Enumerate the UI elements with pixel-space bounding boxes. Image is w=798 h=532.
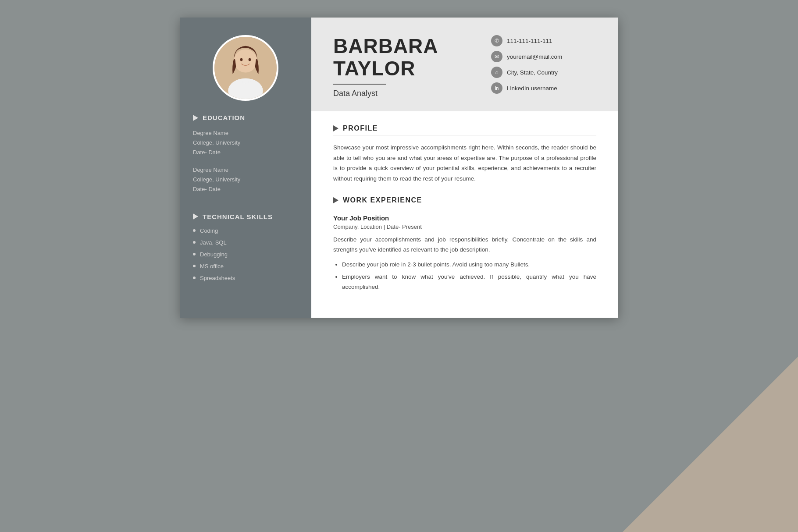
svg-point-3 (240, 58, 243, 61)
job-title: Data Analyst (333, 89, 491, 98)
job-description: Describe your accomplishments and job re… (333, 234, 596, 255)
bullet-icon (193, 253, 196, 255)
skill-label: Spreadsheets (200, 275, 235, 281)
bullet-icon (193, 229, 196, 232)
list-item: Describe your job role in 2-3 bullet poi… (342, 259, 596, 270)
profile-section: PROFILE Showcase your most impressive ac… (333, 124, 596, 184)
email-text: youremail@mail.com (507, 53, 562, 60)
contact-linkedin: in LinkedIn username (491, 82, 596, 94)
skill-label: Coding (200, 227, 218, 234)
skill-label: Java, SQL (200, 239, 227, 246)
resume-document: EDUCATION Degree Name College, Universit… (180, 18, 618, 318)
linkedin-text: LinkedIn username (507, 85, 557, 92)
skill-label: Debugging (200, 251, 228, 258)
skills-section-header: TECHNICAL SKILLS (193, 213, 298, 220)
edu-dates-2: Date- Date (193, 184, 298, 194)
education-entry-2: Degree Name College, University Date- Da… (193, 165, 298, 194)
list-item: MS office (193, 263, 298, 270)
resume-header: BARBARA TAYLOR Data Analyst ✆ 111-111-11… (311, 18, 618, 111)
profile-header: PROFILE (333, 124, 596, 135)
svg-point-4 (249, 58, 251, 61)
name-divider (333, 84, 386, 85)
bullet-icon (193, 265, 196, 267)
main-content: BARBARA TAYLOR Data Analyst ✆ 111-111-11… (311, 18, 618, 318)
contact-block: ✆ 111-111-111-111 ✉ youremail@mail.com ⌂… (491, 35, 596, 94)
svg-point-2 (234, 49, 257, 72)
phone-icon: ✆ (491, 35, 502, 46)
education-triangle-icon (193, 115, 198, 121)
contact-email: ✉ youremail@mail.com (491, 51, 596, 62)
content-area: PROFILE Showcase your most impressive ac… (311, 111, 618, 318)
name-first: BARBARA (333, 35, 491, 57)
skill-label: MS office (200, 263, 224, 270)
job-entry-1: Your Job Position Company, Location | Da… (333, 214, 596, 292)
work-title: WORK EXPERIENCE (343, 196, 422, 204)
profile-title: PROFILE (343, 124, 378, 132)
job-position: Your Job Position (333, 214, 596, 222)
sidebar: EDUCATION Degree Name College, Universit… (180, 18, 311, 318)
list-item: Coding (193, 227, 298, 234)
skills-title: TECHNICAL SKILLS (203, 213, 273, 220)
technical-skills-section: TECHNICAL SKILLS Coding Java, SQL Debugg… (180, 213, 311, 297)
location-text: City, State, Country (507, 69, 558, 76)
profile-text: Showcase your most impressive accomplish… (333, 142, 596, 184)
phone-text: 111-111-111-111 (507, 38, 552, 44)
linkedin-icon: in (491, 82, 502, 94)
education-title: EDUCATION (203, 114, 245, 121)
email-icon: ✉ (491, 51, 502, 62)
list-item: Employers want to know what you've achie… (342, 272, 596, 292)
job-meta: Company, Location | Date- Present (333, 223, 596, 230)
location-icon: ⌂ (491, 67, 502, 78)
profile-triangle-icon (333, 125, 338, 131)
education-section: EDUCATION Degree Name College, Universit… (180, 114, 311, 213)
list-item: Spreadsheets (193, 275, 298, 281)
contact-phone: ✆ 111-111-111-111 (491, 35, 596, 46)
contact-location: ⌂ City, State, Country (491, 67, 596, 78)
list-item: Debugging (193, 251, 298, 258)
photo-area (180, 18, 311, 114)
work-triangle-icon (333, 197, 338, 203)
edu-institution-1: College, University (193, 138, 298, 148)
work-experience-section: WORK EXPERIENCE Your Job Position Compan… (333, 196, 596, 292)
skills-triangle-icon (193, 213, 198, 220)
list-item: Java, SQL (193, 239, 298, 246)
job-bullets-list: Describe your job role in 2-3 bullet poi… (333, 259, 596, 292)
education-section-header: EDUCATION (193, 114, 298, 121)
bullet-icon (193, 277, 196, 279)
edu-degree-1: Degree Name (193, 128, 298, 138)
edu-degree-2: Degree Name (193, 165, 298, 175)
edu-dates-1: Date- Date (193, 148, 298, 157)
edu-institution-2: College, University (193, 175, 298, 184)
skills-list: Coding Java, SQL Debugging MS office Spr… (193, 227, 298, 281)
work-header: WORK EXPERIENCE (333, 196, 596, 207)
education-entry-1: Degree Name College, University Date- Da… (193, 128, 298, 157)
bullet-icon (193, 241, 196, 244)
avatar (213, 35, 278, 101)
name-block: BARBARA TAYLOR Data Analyst (333, 35, 491, 98)
background-decoration (623, 357, 798, 532)
name-last: TAYLOR (333, 57, 491, 80)
